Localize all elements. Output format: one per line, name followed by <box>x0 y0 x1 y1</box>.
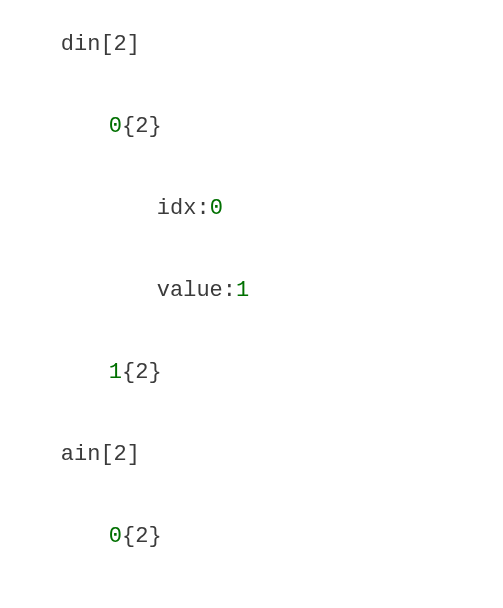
colon: : <box>196 196 209 221</box>
node-label: 0 <box>109 114 122 139</box>
json-tree: din[2] 0{2} idx:0 value:1 1{2} ain[2] 0{… <box>0 0 503 608</box>
node-suffix: {2} <box>122 524 162 549</box>
node-suffix: [2] <box>100 442 140 467</box>
node-label: din <box>61 32 101 57</box>
node-suffix: {2} <box>122 114 162 139</box>
tree-node-din[interactable]: din[2] <box>8 4 495 86</box>
leaf-key: idx <box>157 196 197 221</box>
leaf-key: value <box>157 278 223 303</box>
tree-leaf-din-0-value[interactable]: value:1 <box>8 250 495 332</box>
tree-leaf-din-0-idx[interactable]: idx:0 <box>8 168 495 250</box>
tree-node-din-0[interactable]: 0{2} <box>8 86 495 168</box>
tree-node-ain[interactable]: ain[2] <box>8 414 495 496</box>
node-suffix: {2} <box>122 360 162 385</box>
tree-node-din-1[interactable]: 1{2} <box>8 332 495 414</box>
node-label: 1 <box>109 360 122 385</box>
colon: : <box>223 278 236 303</box>
node-label: 0 <box>109 524 122 549</box>
leaf-value: 1 <box>236 278 249 303</box>
node-label: ain <box>61 442 101 467</box>
leaf-value: 0 <box>210 196 223 221</box>
tree-node-ain-1[interactable]: 1{2} <box>8 578 495 608</box>
tree-node-ain-0[interactable]: 0{2} <box>8 496 495 578</box>
node-suffix: [2] <box>100 32 140 57</box>
